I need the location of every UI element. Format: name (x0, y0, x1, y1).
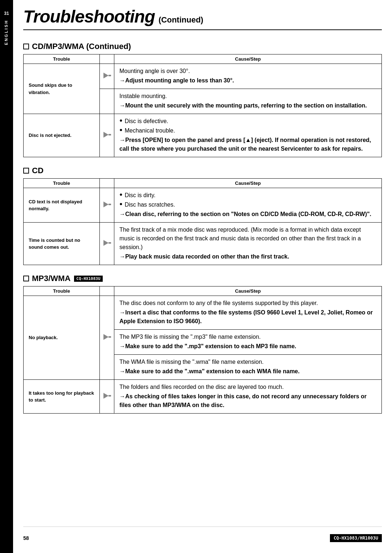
side-page-number: 31 (4, 11, 9, 16)
cause-text: The MP3 file is missing the ".mp3" file … (114, 330, 381, 354)
table-row: Time is counted but no sound comes out. … (24, 223, 382, 265)
trouble-text: It takes too long for playback to start. (24, 385, 99, 408)
side-tab: 31 ENGLISH (0, 0, 13, 553)
section-checkbox-mp3wma (23, 276, 29, 281)
section-title-mp3wma: MP3/WMA (32, 274, 70, 283)
svg-marker-6 (103, 240, 109, 246)
footer-badge: CQ-HX1083/HR1003U (330, 534, 382, 542)
section-title-cd: CD (32, 166, 44, 175)
section-badge-mp3wma: CQ-HX1083U (74, 276, 102, 282)
svg-marker-4 (103, 202, 109, 207)
svg-rect-9 (109, 336, 111, 338)
arrow-icon (102, 332, 112, 342)
page-title-main: Troubleshooting (23, 7, 155, 27)
section-heading-cd: CD (23, 166, 382, 175)
arrow-icon (102, 130, 112, 140)
col-cause-1: Cause/Step (114, 54, 382, 64)
col-trouble-1: Trouble (24, 54, 100, 64)
svg-marker-8 (103, 334, 109, 340)
svg-rect-3 (109, 134, 111, 135)
section-heading-cdmp3wma: CD/MP3/WMA (Continued) (23, 42, 382, 51)
cd-table: Trouble Cause/Step CD text is not displa… (23, 178, 382, 265)
trouble-text: Sound skips due to vibration. (24, 77, 99, 100)
col-cause-3: Cause/Step (114, 286, 382, 296)
section-heading-mp3wma: MP3/WMA CQ-HX1083U (23, 274, 382, 283)
cdmp3wma-table: Trouble Cause/Step Sound skips due to vi… (23, 54, 382, 157)
side-tab-label: ENGLISH (4, 20, 9, 45)
page-title-sub: (Continued) (159, 15, 203, 25)
table-row: No playback. The disc does not conform t… (24, 296, 382, 330)
mp3wma-table: Trouble Cause/Step No playback. (23, 286, 382, 414)
page-footer: 58 CQ-HX1083/HR1003U (23, 526, 382, 542)
svg-marker-10 (103, 393, 109, 399)
main-content: Troubleshooting (Continued) CD/MP3/WMA (… (13, 0, 392, 553)
table-row: It takes too long for playback to start.… (24, 380, 382, 414)
table-row: CD text is not displayed normally. ● Dis (24, 188, 382, 223)
arrow-icon (102, 238, 112, 248)
trouble-text: CD text is not displayed normally. (24, 194, 99, 217)
svg-rect-1 (109, 75, 111, 76)
cause-text: ● Disc is dirty. ● Disc has scratches. →… (114, 188, 381, 222)
svg-rect-5 (109, 204, 111, 205)
svg-rect-7 (109, 242, 111, 244)
col-trouble-2: Trouble (24, 179, 100, 188)
arrow-icon (102, 391, 112, 401)
section-title-cdmp3wma: CD/MP3/WMA (Continued) (32, 42, 131, 51)
svg-rect-11 (109, 395, 111, 397)
section-checkbox-cd (23, 168, 29, 174)
cause-text: The disc does not conform to any of the … (114, 296, 381, 329)
col-trouble-3: Trouble (24, 286, 100, 296)
table-row: Sound skips due to vibration. Mounting a… (24, 64, 382, 89)
trouble-text: Disc is not ejected. (24, 127, 99, 143)
table-row: Disc is not ejected. ● Disc is defective (24, 114, 382, 157)
trouble-text: Time is counted but no sound comes out. (24, 232, 99, 255)
footer-page-number: 58 (23, 535, 29, 541)
svg-marker-2 (103, 132, 109, 138)
svg-marker-0 (103, 73, 109, 78)
cause-text: Mounting angle is over 30°. →Adjust moun… (114, 64, 381, 89)
cause-text: ● Disc is defective. ● Mechanical troubl… (114, 114, 381, 157)
cause-text: The first track of a mix mode disc was r… (114, 223, 381, 265)
cause-text: The WMA file is missing the ".wma" file … (114, 355, 381, 379)
section-checkbox-cdmp3wma (23, 44, 29, 49)
page-header: Troubleshooting (Continued) (23, 7, 382, 30)
cause-text: Instable mounting. →Mount the unit secur… (114, 89, 381, 114)
col-cause-2: Cause/Step (114, 179, 382, 188)
cause-text: The folders and files recorded on the di… (114, 380, 381, 413)
arrow-icon (102, 199, 112, 210)
arrow-icon (102, 70, 112, 81)
trouble-text: No playback. (24, 330, 99, 346)
